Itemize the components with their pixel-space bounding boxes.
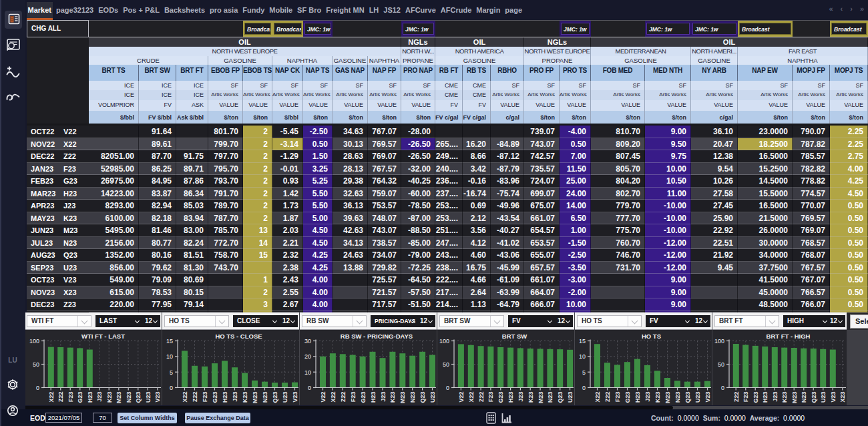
svg-text:N23: N23 <box>409 392 416 403</box>
svg-text:G23: G23 <box>212 392 218 403</box>
svg-text:J23: J23 <box>772 392 779 402</box>
svg-text:V23: V23 <box>154 392 161 403</box>
svg-text:50: 50 <box>718 361 724 368</box>
svg-text:X22: X22 <box>182 392 188 403</box>
svg-text:G23: G23 <box>624 392 631 403</box>
svg-text:J23: J23 <box>517 392 524 402</box>
svg-text:10: 10 <box>304 369 311 376</box>
svg-text:V23: V23 <box>830 392 837 403</box>
svg-text:U23: U23 <box>282 392 288 403</box>
svg-text:Q23: Q23 <box>811 392 817 403</box>
svg-text:X22: X22 <box>330 392 337 403</box>
svg-text:N23: N23 <box>262 392 268 403</box>
svg-text:K23: K23 <box>242 392 248 403</box>
svg-text:10: 10 <box>579 353 586 360</box>
svg-text:N23: N23 <box>126 392 132 403</box>
svg-text:0: 0 <box>582 385 586 391</box>
svg-text:0: 0 <box>36 385 39 391</box>
svg-text:15: 15 <box>579 338 586 345</box>
svg-text:20: 20 <box>304 353 311 360</box>
svg-text:K23: K23 <box>654 392 661 403</box>
svg-text:H23: H23 <box>507 392 514 403</box>
svg-text:N23: N23 <box>801 392 807 403</box>
svg-text:Z22: Z22 <box>733 392 740 403</box>
svg-text:K23: K23 <box>781 392 788 403</box>
svg-text:Z22: Z22 <box>57 392 64 403</box>
svg-text:U23: U23 <box>820 392 827 403</box>
svg-text:H23: H23 <box>87 392 93 403</box>
svg-text:F23: F23 <box>67 392 74 403</box>
svg-text:V23: V23 <box>704 392 711 403</box>
svg-text:J23: J23 <box>96 392 103 402</box>
svg-text:H23: H23 <box>370 392 377 403</box>
svg-text:Z22: Z22 <box>192 392 198 403</box>
svg-text:X23: X23 <box>839 392 846 403</box>
svg-text:0: 0 <box>446 385 449 391</box>
svg-text:HO TS - CLOSE: HO TS - CLOSE <box>215 333 262 340</box>
svg-text:K23: K23 <box>527 392 534 403</box>
svg-text:J23: J23 <box>232 392 238 402</box>
svg-text:5: 5 <box>170 369 173 376</box>
svg-text:J23: J23 <box>380 392 387 402</box>
svg-text:50: 50 <box>443 361 449 368</box>
svg-text:X22: X22 <box>468 392 475 403</box>
svg-text:50: 50 <box>33 361 39 368</box>
svg-text:15: 15 <box>166 338 173 345</box>
svg-text:100: 100 <box>29 338 39 345</box>
svg-text:Q23: Q23 <box>557 392 564 403</box>
svg-text:0: 0 <box>721 385 724 391</box>
svg-text:X22: X22 <box>48 392 55 403</box>
svg-text:M23: M23 <box>664 392 671 404</box>
svg-text:M23: M23 <box>399 392 406 404</box>
svg-text:G23: G23 <box>77 392 83 403</box>
svg-text:F23: F23 <box>742 392 749 403</box>
svg-text:WTI FT - LAST: WTI FT - LAST <box>81 333 125 340</box>
svg-text:H23: H23 <box>222 392 228 403</box>
svg-text:V22: V22 <box>320 392 327 403</box>
svg-text:U23: U23 <box>429 392 436 403</box>
svg-text:100: 100 <box>714 338 724 345</box>
svg-text:N23: N23 <box>674 392 681 403</box>
svg-text:K23: K23 <box>389 392 396 403</box>
svg-text:Z22: Z22 <box>478 392 485 403</box>
svg-text:HO TS: HO TS <box>642 333 661 340</box>
svg-text:BRT FT - HIGH: BRT FT - HIGH <box>767 333 811 340</box>
svg-text:Q23: Q23 <box>272 392 278 403</box>
svg-text:Z22: Z22 <box>340 392 347 403</box>
svg-text:BRT SW: BRT SW <box>502 333 527 340</box>
svg-text:F23: F23 <box>202 392 208 403</box>
svg-text:Q23: Q23 <box>419 392 426 403</box>
svg-text:F23: F23 <box>350 392 357 403</box>
svg-text:V22: V22 <box>458 392 465 403</box>
svg-text:10: 10 <box>166 353 173 360</box>
svg-text:M23: M23 <box>537 392 544 404</box>
svg-text:U23: U23 <box>567 392 574 403</box>
svg-text:0: 0 <box>170 385 173 391</box>
svg-text:F23: F23 <box>614 392 621 403</box>
svg-text:N23: N23 <box>547 392 554 403</box>
svg-text:X22: X22 <box>594 392 601 403</box>
svg-text:G23: G23 <box>360 392 367 403</box>
svg-text:0: 0 <box>308 385 311 391</box>
svg-text:H23: H23 <box>634 392 641 403</box>
svg-text:M23: M23 <box>252 392 258 404</box>
svg-text:J23: J23 <box>644 392 651 402</box>
svg-text:Q23: Q23 <box>684 392 691 403</box>
svg-text:V23: V23 <box>292 392 298 403</box>
svg-text:U23: U23 <box>694 392 701 403</box>
svg-text:Q23: Q23 <box>135 392 142 403</box>
svg-text:M23: M23 <box>116 392 122 404</box>
svg-text:H23: H23 <box>762 392 769 403</box>
svg-text:RB SW - PRICING-DAYS: RB SW - PRICING-DAYS <box>341 333 413 340</box>
svg-text:M23: M23 <box>791 392 798 404</box>
svg-text:5: 5 <box>582 369 586 376</box>
svg-text:K23: K23 <box>106 392 113 403</box>
svg-text:30: 30 <box>304 338 311 345</box>
svg-text:Z22: Z22 <box>604 392 611 403</box>
svg-text:G23: G23 <box>497 392 504 403</box>
svg-text:G23: G23 <box>752 392 759 403</box>
svg-text:100: 100 <box>439 338 449 345</box>
svg-text:F23: F23 <box>487 392 494 403</box>
svg-text:U23: U23 <box>145 392 152 403</box>
